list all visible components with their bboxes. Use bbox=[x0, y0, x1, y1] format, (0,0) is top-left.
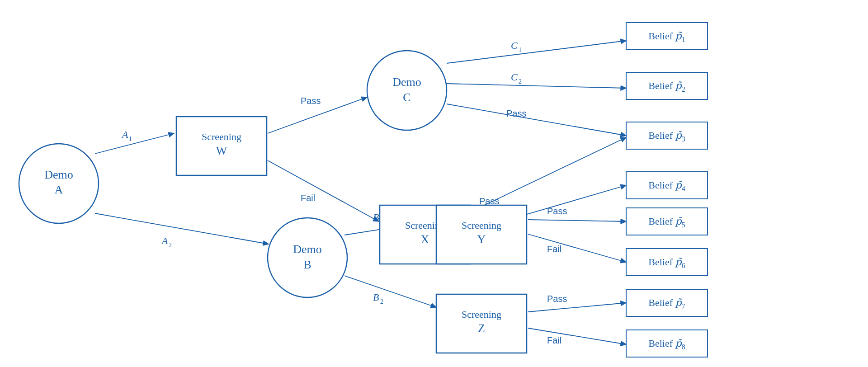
belief-label-6: Belief p̃6 bbox=[648, 256, 685, 269]
node-screening-y-label1: Screening bbox=[462, 220, 501, 231]
label-b2-sub: 2 bbox=[380, 298, 383, 305]
edge-a2 bbox=[95, 213, 269, 244]
node-demo-c-label1: Demo bbox=[392, 75, 421, 89]
label-fail-upper: Fail bbox=[301, 193, 315, 203]
belief-label-1: Belief p̃1 bbox=[648, 30, 685, 43]
belief-label-5: Belief p̃5 bbox=[648, 216, 685, 229]
label-a1: A bbox=[121, 129, 128, 140]
belief-label-7: Belief p̃7 bbox=[648, 297, 685, 310]
node-demo-a-label1: Demo bbox=[44, 168, 73, 181]
label-c2: C bbox=[511, 71, 518, 83]
edge-b2 bbox=[344, 276, 436, 307]
node-screening-x-label2: X bbox=[421, 233, 429, 246]
label-pass-y: Pass bbox=[547, 206, 567, 216]
belief-label-4: Belief p̃4 bbox=[648, 179, 685, 193]
label-a1-sub: 1 bbox=[129, 136, 132, 142]
edge-w-fail bbox=[268, 160, 379, 221]
label-pass-z: Pass bbox=[547, 294, 567, 304]
label-pass-c: Pass bbox=[506, 108, 526, 118]
label-pass-x: Pass bbox=[479, 196, 499, 206]
node-screening-z-label1: Screening bbox=[462, 309, 501, 320]
belief-label-3: Belief p̃3 bbox=[648, 130, 685, 143]
label-fail-y: Fail bbox=[547, 244, 561, 254]
edge-y-pass bbox=[528, 220, 626, 221]
belief-label-8: Belief p̃8 bbox=[648, 338, 685, 351]
belief-label-2: Belief p̃2 bbox=[648, 80, 685, 93]
edge-c1 bbox=[447, 41, 626, 63]
label-b2: B bbox=[373, 292, 379, 303]
node-screening-w-label2: W bbox=[216, 144, 227, 157]
label-a2-sub: 2 bbox=[169, 242, 172, 249]
node-demo-a-label2: A bbox=[55, 183, 63, 196]
node-demo-b bbox=[268, 218, 347, 297]
edge-z-pass bbox=[528, 303, 626, 312]
label-pass-upper: Pass bbox=[301, 96, 321, 106]
node-demo-b-label2: B bbox=[303, 258, 311, 271]
label-b1: B bbox=[373, 212, 379, 223]
edge-c2 bbox=[447, 84, 626, 88]
label-c2-sub: 2 bbox=[519, 78, 522, 85]
label-fail-z: Fail bbox=[547, 335, 561, 345]
label-a2: A bbox=[161, 235, 168, 246]
node-screening-z-label2: Z bbox=[478, 322, 485, 335]
edge-a1 bbox=[95, 133, 174, 154]
edge-z-fail bbox=[528, 328, 626, 344]
edge-y-fail bbox=[528, 234, 626, 262]
label-c1-sub: 1 bbox=[519, 47, 522, 53]
node-demo-c-label2: C bbox=[403, 91, 410, 104]
node-screening-w-label1: Screening bbox=[202, 131, 241, 142]
node-demo-c bbox=[367, 51, 447, 130]
edge-c-pass bbox=[447, 104, 626, 136]
node-demo-b-label1: Demo bbox=[293, 243, 322, 256]
label-c1: C bbox=[511, 40, 518, 51]
node-screening-y-label2: Y bbox=[477, 233, 486, 246]
